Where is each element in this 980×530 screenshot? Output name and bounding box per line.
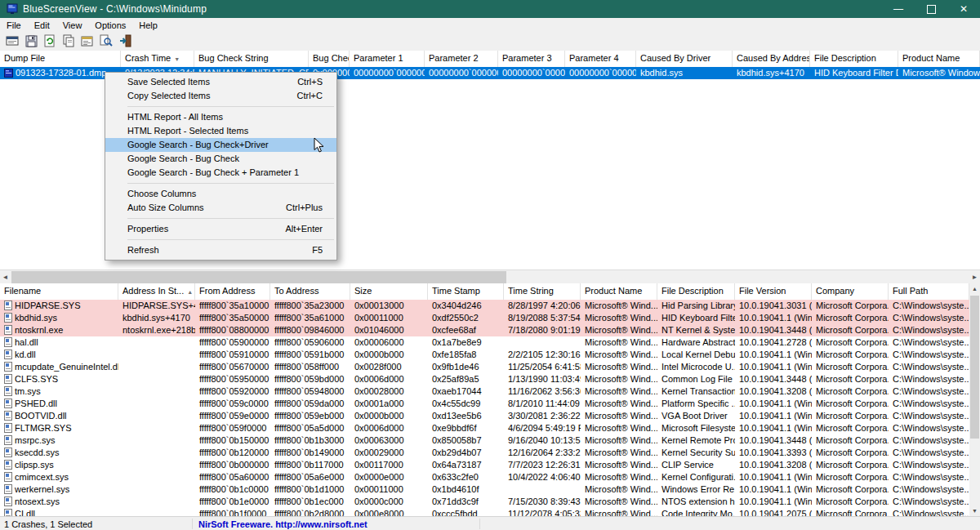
column-header-product-name[interactable]: Product Name [581, 283, 657, 300]
cell-to-address: fffff800`05a5d000 [270, 422, 350, 434]
column-header-parameter-4[interactable]: Parameter 4 [565, 51, 636, 67]
cell-full-path: C:\Windows\syste... [889, 508, 969, 516]
column-header-dump-file[interactable]: Dump File [0, 51, 121, 67]
column-header-file-version[interactable]: File Version [735, 283, 812, 300]
scroll-down-icon[interactable]: ▼ [969, 506, 980, 516]
properties-button[interactable] [78, 33, 96, 50]
vertical-scroll-thumb[interactable] [970, 296, 979, 439]
scroll-left-icon[interactable]: ◄ [0, 270, 11, 284]
scroll-up-icon[interactable]: ▲ [969, 283, 980, 294]
menu-item-choose-columns[interactable]: Choose Columns [105, 187, 336, 201]
cell-time-stamp: 0xdf2550c2 [428, 312, 504, 324]
title-bar[interactable]: BlueScreenView - C:\Windows\Minidump — ✕ [0, 0, 980, 18]
table-row[interactable]: BOOTVID.dllfffff800`059e0000fffff800`059… [0, 410, 969, 422]
cell-size: 0x00029000 [350, 447, 428, 459]
column-header-time-stamp[interactable]: Time Stamp [428, 283, 504, 300]
maximize-button[interactable] [915, 0, 947, 18]
cell-full-path: C:\Windows\syste... [889, 434, 969, 447]
save-button[interactable] [22, 33, 40, 50]
cell-file-version: 10.0.19041.3448 (W... [735, 324, 812, 336]
menu-item-properties[interactable]: PropertiesAlt+Enter [105, 222, 336, 236]
table-row[interactable]: HIDPARSE.SYSHIDPARSE.SYS+4cadfffff800`35… [0, 300, 969, 312]
menu-view[interactable]: View [56, 18, 89, 33]
menu-item-google-search-bug-check[interactable]: Google Search - Bug Check [105, 152, 336, 166]
column-header-caused-by-driver[interactable]: Caused By Driver [636, 51, 733, 67]
vertical-scrollbar[interactable]: ▲ ▼ [969, 283, 980, 516]
table-row[interactable]: ksecdd.sysfffff800`0b120000fffff800`0b14… [0, 447, 969, 459]
column-header-product-name[interactable]: Product Name [898, 51, 980, 67]
menu-item-google-search-bug-check-parameter-1[interactable]: Google Search - Bug Check + Parameter 1 [105, 166, 336, 180]
cell-address-in-st [118, 385, 195, 398]
refresh-page-button[interactable] [41, 33, 59, 50]
cell-address-in-st [118, 361, 195, 373]
column-header-company[interactable]: Company [812, 283, 889, 300]
table-row[interactable]: cmimcext.sysfffff800`05a60000fffff800`05… [0, 471, 969, 483]
cell-file-version: 10.0.19041.3031 (W... [735, 300, 812, 312]
table-row[interactable]: mcupdate_GenuineIntel.dllfffff800`056700… [0, 361, 969, 373]
column-header-size[interactable]: Size [350, 283, 428, 300]
menu-edit[interactable]: Edit [28, 18, 56, 33]
column-header-bug-check-string[interactable]: Bug Check String [194, 51, 309, 67]
cell-time-stamp: 0xfe185fa8 [428, 349, 504, 361]
column-header-filename[interactable]: Filename [0, 283, 118, 300]
driver-file-icon [4, 362, 12, 373]
menu-item-refresh[interactable]: RefreshF5 [105, 243, 336, 257]
cell-time-stamp: 0x71dd3c9f [428, 496, 504, 508]
menu-item-html-report-all-items[interactable]: HTML Report - All Items [105, 110, 336, 124]
menu-item-html-report-selected-items[interactable]: HTML Report - Selected Items [105, 124, 336, 138]
table-row[interactable]: tm.sysfffff800`05920000fffff800`05948000… [0, 385, 969, 398]
minimize-button[interactable]: — [882, 0, 915, 18]
table-row[interactable]: ntosext.sysfffff800`0b1e0000fffff800`0b1… [0, 496, 969, 508]
table-row[interactable]: FLTMGR.SYSfffff800`059f0000fffff800`05a5… [0, 422, 969, 434]
column-header-from-address[interactable]: From Address [195, 283, 270, 300]
menu-item-copy-selected-items[interactable]: Copy Selected ItemsCtrl+C [105, 89, 336, 103]
table-row[interactable]: ntoskrnl.exentoskrnl.exe+218b...fffff800… [0, 324, 969, 336]
menu-file[interactable]: File [0, 18, 28, 33]
cell-address-in-st [118, 508, 195, 516]
column-header-crash-time[interactable]: Crash Time▼ [121, 51, 194, 67]
cell-full-path: C:\Windows\syste... [889, 312, 969, 324]
table-row[interactable]: CI.dllfffff800`0b1f0000fffff800`0b2d8000… [0, 508, 969, 516]
table-row[interactable]: werkernel.sysfffff800`0b1c0000fffff800`0… [0, 483, 969, 496]
cell-file-description: VGA Boot Driver [657, 410, 735, 422]
column-header-parameter-3[interactable]: Parameter 3 [498, 51, 565, 67]
report-window-button[interactable] [3, 33, 21, 50]
copy-button[interactable] [60, 33, 78, 50]
menu-help[interactable]: Help [132, 18, 164, 33]
column-header-file-description[interactable]: File Description [810, 51, 898, 67]
menu-item-auto-size-columns[interactable]: Auto Size ColumnsCtrl+Plus [105, 201, 336, 215]
table-row[interactable]: msrpc.sysfffff800`0b150000fffff800`0b1b3… [0, 434, 969, 447]
cell-size: 0x01046000 [350, 324, 428, 336]
column-header-parameter-2[interactable]: Parameter 2 [425, 51, 498, 67]
table-row[interactable]: CLFS.SYSfffff800`05950000fffff800`059bd0… [0, 373, 969, 385]
menu-options[interactable]: Options [88, 18, 132, 33]
upper-table-header: Dump FileCrash Time▼Bug Check StringBug … [0, 51, 980, 68]
cell-file-version: 10.0.19041.1 (WinB... [735, 349, 812, 361]
menu-item-google-search-bug-check-driver[interactable]: Google Search - Bug Check+Driver [105, 138, 336, 152]
column-header-bug-chec[interactable]: Bug Chec... [309, 51, 350, 67]
column-header-parameter-1[interactable]: Parameter 1 [350, 51, 425, 67]
column-header-time-string[interactable]: Time String [504, 283, 581, 300]
close-button[interactable]: ✕ [947, 0, 980, 18]
menu-item-save-selected-items[interactable]: Save Selected ItemsCtrl+S [105, 75, 336, 89]
cell-from-address: fffff800`0b000000 [195, 459, 270, 471]
column-header-caused-by-address[interactable]: Caused By Address [733, 51, 810, 67]
cell-size: 0x00028000 [350, 385, 428, 398]
maximize-icon [927, 5, 936, 14]
nirsoft-link[interactable]: NirSoft Freeware. http://www.nirsoft.net [198, 518, 368, 530]
column-header-to-address[interactable]: To Address [270, 283, 350, 300]
table-row[interactable]: kd.dllfffff800`05910000fffff800`0591b000… [0, 349, 969, 361]
column-header-full-path[interactable]: Full Path [889, 283, 969, 300]
column-header-address-in-st[interactable]: Address In St...▲ [118, 283, 195, 300]
scroll-right-icon[interactable]: ► [969, 270, 980, 284]
table-row[interactable]: clipsp.sysfffff800`0b000000fffff800`0b11… [0, 459, 969, 471]
find-button[interactable] [97, 33, 115, 50]
horizontal-scroll-thumb[interactable] [11, 271, 506, 283]
cell-address-in-st [118, 471, 195, 483]
exit-button[interactable] [116, 33, 134, 50]
table-row[interactable]: PSHED.dllfffff800`059c0000fffff800`059da… [0, 398, 969, 410]
table-row[interactable]: hal.dllfffff800`05900000fffff800`0590600… [0, 336, 969, 349]
column-header-file-description[interactable]: File Description [657, 283, 735, 300]
cell-time-stamp: 0xd13ee5b6 [428, 410, 504, 422]
table-row[interactable]: kbdhid.syskbdhid.sys+4170fffff800`35a500… [0, 312, 969, 324]
